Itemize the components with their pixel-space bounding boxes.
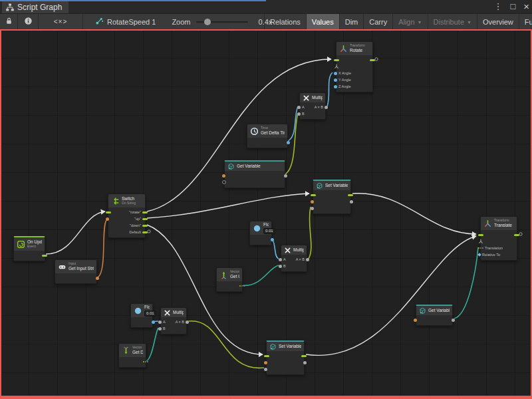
node-float-mid[interactable]: Float0.01: [249, 221, 272, 245]
port-dot[interactable]: [350, 200, 353, 203]
node-get-variable-top[interactable]: Get Variable: [224, 160, 285, 188]
toolbar-button-full-screen[interactable]: Full Screen: [519, 14, 532, 29]
port-dot[interactable]: [152, 321, 155, 324]
transform-port-icon[interactable]: [334, 64, 339, 69]
vector3-port-icon[interactable]: [239, 285, 245, 287]
port-dot[interactable]: [264, 361, 267, 364]
port-dot[interactable]: [222, 174, 225, 178]
port-dot[interactable]: [158, 321, 162, 324]
node-multiply-mid[interactable]: MultiplyAA × BB: [281, 245, 307, 272]
port-dot[interactable]: [334, 78, 337, 82]
close-icon[interactable]: ×: [523, 0, 529, 13]
port-dot[interactable]: [297, 106, 301, 109]
node-float-bottom[interactable]: Float0.01: [130, 303, 153, 328]
node-value-field[interactable]: 0.01: [263, 228, 275, 234]
port-dot[interactable]: [311, 207, 314, 210]
toolbar-button-align[interactable]: Align▼: [392, 14, 427, 29]
port-dot[interactable]: [264, 368, 267, 371]
node-header: Set Variable: [267, 342, 304, 351]
port-label: Default: [130, 230, 141, 234]
node-multiply-top[interactable]: MultiplyAA × BB: [299, 92, 326, 120]
graph-name: RotateSpeed 1: [107, 18, 156, 26]
node-value-field[interactable]: 0.01: [144, 311, 156, 317]
port-dot[interactable]: [279, 265, 282, 268]
toolbar-button-dim[interactable]: Dim: [339, 14, 364, 29]
node-get-down[interactable]: Vector 3Get Down: [118, 343, 146, 368]
port-flow[interactable]: [142, 211, 148, 213]
node-set-variable-bottom[interactable]: Set Variable: [266, 340, 305, 375]
port-label: Translation: [485, 246, 503, 250]
port-flow[interactable]: [142, 218, 148, 220]
port-row: [55, 275, 96, 281]
node-rotate[interactable]: TransformRotateX AngleY AngleZ Angle: [336, 41, 373, 92]
port-dot[interactable]: [96, 277, 99, 280]
port-dot[interactable]: [271, 238, 274, 241]
transform-port-icon[interactable]: [478, 239, 483, 244]
node-translate[interactable]: TransformTranslateTranslationRelative To: [480, 216, 517, 261]
node-get-up[interactable]: Vector 3Get Up: [216, 267, 243, 292]
toolbar-button-overview[interactable]: Overview: [477, 14, 519, 29]
port-dot[interactable]: [325, 106, 328, 109]
info-button[interactable]: [18, 14, 39, 30]
zoom-slider-handle[interactable]: [204, 19, 211, 25]
port-flow[interactable]: [370, 59, 375, 61]
port-dot[interactable]: [334, 85, 337, 88]
toolbar-button-relations[interactable]: Relations: [264, 14, 306, 29]
port-flow[interactable]: [334, 59, 339, 61]
port-row: [416, 317, 452, 323]
port-flow[interactable]: [264, 355, 269, 357]
port-row: [131, 319, 152, 325]
node-set-variable-mid[interactable]: Set Variable: [313, 180, 351, 214]
port-dot[interactable]: [334, 72, 337, 75]
toolbar-button-label: Distribute: [434, 18, 464, 26]
vector3-port-icon[interactable]: [478, 247, 483, 249]
port-dot[interactable]: [287, 141, 290, 144]
node-on-update[interactable]: On UpdateEvent: [13, 236, 45, 261]
graph-canvas[interactable]: TransformRotateX AngleY AngleZ AngleMult…: [0, 29, 532, 399]
port-flow[interactable]: [142, 225, 148, 227]
toolbar-button-values[interactable]: Values: [306, 14, 339, 29]
multiply-icon: [164, 309, 171, 317]
port-flow[interactable]: [142, 231, 148, 233]
port-flow[interactable]: [478, 234, 483, 236]
node-title: Float: [144, 305, 150, 309]
port-dot[interactable]: [311, 200, 314, 203]
port-dot[interactable]: [284, 174, 287, 178]
toolbar-button-carry[interactable]: Carry: [363, 14, 392, 29]
toolbar-button-distribute[interactable]: Distribute▼: [428, 14, 477, 29]
port-flow[interactable]: [106, 211, 111, 213]
zoom-slider-track[interactable]: [196, 21, 248, 23]
port-flow[interactable]: [348, 194, 353, 196]
port-dot[interactable]: [452, 319, 455, 322]
port-flow[interactable]: [301, 355, 307, 357]
port-dot[interactable]: [306, 258, 309, 261]
port-dot[interactable]: [279, 258, 282, 261]
node-header: Vector 3Get Up: [217, 268, 242, 281]
vector3-port-icon[interactable]: [143, 361, 148, 362]
port-flow[interactable]: [311, 194, 316, 196]
port-flow[interactable]: [514, 234, 519, 236]
lock-button[interactable]: [0, 14, 18, 30]
node-switch-on-string[interactable]: SwitchOn String"rotate""up""down"Default: [108, 194, 146, 238]
port-dot[interactable]: [297, 112, 301, 116]
graph-breadcrumb[interactable]: RotateSpeed 1: [95, 17, 156, 27]
maximize-icon[interactable]: □: [510, 0, 515, 13]
port-dot[interactable]: [303, 361, 307, 364]
port-dot[interactable]: [106, 217, 109, 221]
node-get-delta-time[interactable]: TimeGet Delta Time: [247, 124, 288, 148]
port-row: B: [281, 263, 307, 269]
node-get-input-string[interactable]: InputGet Input String: [55, 259, 97, 284]
kebab-menu-icon[interactable]: ⋮: [493, 0, 502, 13]
node-subtitle: On String: [122, 201, 136, 205]
port-dot[interactable]: [186, 321, 189, 324]
port-flow[interactable]: [42, 255, 47, 257]
port-dot[interactable]: [414, 319, 417, 322]
port-dot[interactable]: [158, 327, 162, 331]
relative-to-port-icon[interactable]: [477, 253, 481, 257]
port-hollow[interactable]: [222, 180, 226, 184]
tab-script-graph[interactable]: Script Graph: [2, 1, 68, 13]
port-row: [267, 352, 304, 359]
node-get-variable-right[interactable]: Get Variable: [416, 305, 453, 326]
code-view-button[interactable]: <×>: [39, 14, 83, 30]
node-multiply-bottom[interactable]: MultiplyAA × BB: [160, 307, 187, 334]
